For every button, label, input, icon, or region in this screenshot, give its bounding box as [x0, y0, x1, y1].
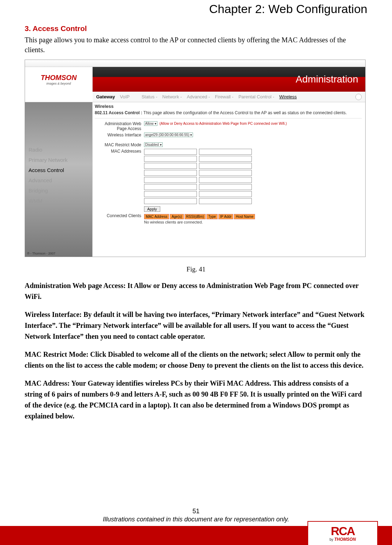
desc-text: This page allows the configuration of th…: [143, 110, 347, 115]
mac-input[interactable]: [144, 191, 197, 197]
mac-input[interactable]: [144, 163, 197, 169]
section-title: 3. Access Control: [25, 24, 367, 33]
logo-main: THOMSON: [41, 74, 76, 82]
th-rssi: RSSI(dBm): [185, 214, 206, 219]
mac-input[interactable]: [199, 177, 252, 183]
clients-label: Connected Clients: [95, 213, 144, 218]
restrict-select[interactable]: Disabled ▾: [144, 142, 163, 147]
mac-input[interactable]: [199, 191, 252, 197]
admin-banner: Administration: [93, 67, 365, 92]
tab-gateway[interactable]: Gateway: [96, 94, 115, 99]
iface-label: Wireless Interface: [95, 133, 144, 137]
copyright: ® - Thomson - 2007: [27, 252, 55, 255]
admin-access-select[interactable]: Allow ▾: [144, 121, 157, 126]
mac-input[interactable]: [199, 184, 252, 190]
rca-logo-tab: RCA by THOMSON: [307, 521, 378, 545]
mac-label: MAC Addresses: [95, 149, 144, 154]
admin-access-label: Administration Web Page Access: [95, 121, 144, 131]
page-number: 51: [0, 508, 392, 515]
sidebar-item-primary[interactable]: Primary Network: [28, 155, 89, 165]
sidebar-item-radio[interactable]: Radio: [28, 145, 89, 155]
tab-firewall[interactable]: Firewall -: [215, 94, 234, 99]
figure-caption: Fig. 41: [25, 265, 367, 273]
mac-input[interactable]: [199, 163, 252, 169]
paragraph-admin-access: Administration Web page Access: It Allow…: [25, 280, 367, 302]
mac-input[interactable]: [144, 156, 197, 162]
paragraph-mac-restrict: MAC Restrict Mode: Click Disabled to wel…: [25, 349, 367, 371]
mac-input[interactable]: [144, 170, 197, 176]
tab-network[interactable]: Network -: [162, 94, 182, 99]
sidebar-item-advanced[interactable]: Advanced: [28, 175, 89, 185]
no-clients-text: No wireless clients are connected.: [144, 220, 255, 224]
rca-byline: by THOMSON: [330, 537, 356, 542]
sidebar: Radio Primary Network Access Control Adv…: [28, 145, 89, 206]
sidebar-item-wmm[interactable]: WMM: [28, 196, 89, 206]
chapter-title: Chapter 2: Web Configuration: [25, 2, 367, 16]
logo-sub: images & beyond: [46, 82, 71, 85]
wireless-heading: Wireless: [95, 104, 362, 109]
tab-voip[interactable]: VoIP: [120, 94, 129, 99]
apply-button[interactable]: Apply: [144, 206, 160, 212]
thomson-logo: THOMSON images & beyond: [25, 67, 93, 92]
restrict-label: MAC Restrict Mode: [95, 142, 144, 147]
mac-input[interactable]: [199, 149, 252, 155]
admin-ui-screenshot: THOMSON images & beyond Administration G…: [25, 60, 366, 257]
tab-advanced[interactable]: Advanced -: [187, 94, 210, 99]
sidebar-item-bridging[interactable]: Bridging: [28, 185, 89, 196]
mac-input[interactable]: [144, 149, 197, 155]
mac-input[interactable]: [199, 198, 252, 204]
rca-logo: RCA: [331, 525, 355, 537]
refresh-icon[interactable]: [355, 94, 362, 100]
admin-access-hint: (Allow or Deny Access to Administration …: [160, 122, 287, 125]
tab-parental[interactable]: Parental Control -: [238, 94, 274, 99]
th-host: Host Name: [234, 214, 255, 219]
paragraph-mac-address: MAC Address: Your Gateway identifies wir…: [25, 378, 367, 422]
mac-input[interactable]: [144, 177, 197, 183]
sidebar-item-access[interactable]: Access Control: [28, 165, 89, 175]
mac-input[interactable]: [199, 170, 252, 176]
th-ip: IP Addr: [218, 214, 234, 219]
th-mac: MAC Address: [144, 214, 169, 219]
intro-paragraph: This page allows you to make access cont…: [25, 35, 367, 55]
clients-table-header: MAC Address Age(s) RSSI(dBm) Type IP Add…: [144, 214, 255, 219]
mac-input[interactable]: [144, 198, 197, 204]
mac-input[interactable]: [199, 156, 252, 162]
th-age: Age(s): [170, 214, 183, 219]
th-type: Type: [206, 214, 218, 219]
mac-address-grid: [144, 149, 252, 204]
paragraph-wireless-interface: Wireless Interface: By default it will b…: [25, 309, 367, 342]
tab-wireless[interactable]: Wireless: [279, 94, 297, 99]
desc-label: 802.11 Access Control :: [95, 110, 142, 115]
tab-status[interactable]: Status -: [142, 94, 157, 99]
iface-select[interactable]: angel29 (00:00:00:66:66:55) ▾: [144, 133, 193, 137]
mac-input[interactable]: [144, 184, 197, 190]
